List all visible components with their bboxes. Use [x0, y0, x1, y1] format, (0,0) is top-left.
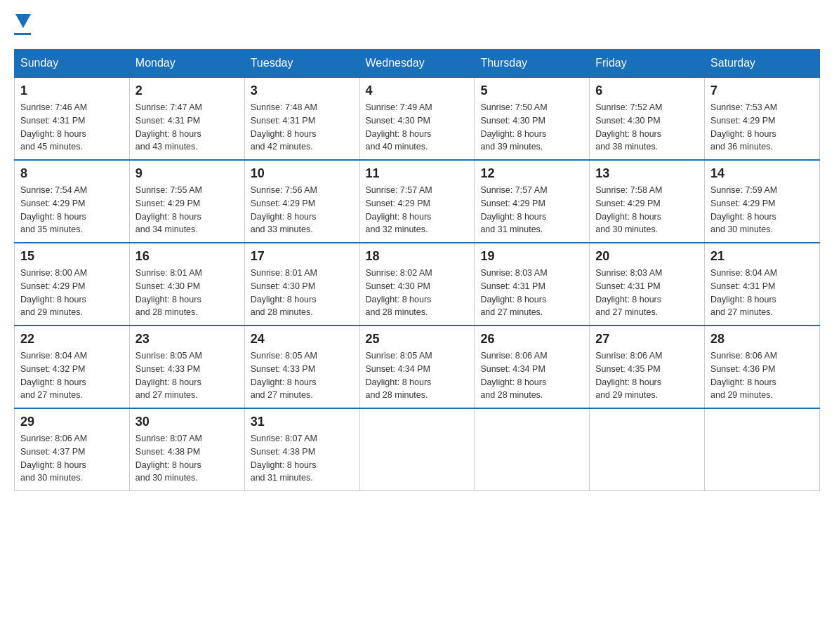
day-info: Sunrise: 8:02 AM Sunset: 4:30 PM Dayligh… — [366, 267, 469, 319]
daylight-minutes-text: and 27 minutes. — [135, 390, 198, 400]
daylight-minutes-text: and 36 minutes. — [710, 142, 773, 152]
daylight-minutes-text: and 28 minutes. — [251, 307, 313, 317]
day-number: 11 — [366, 166, 469, 181]
daylight-text: Daylight: 8 hours — [595, 212, 661, 222]
calendar-cell: 4 Sunrise: 7:49 AM Sunset: 4:30 PM Dayli… — [359, 77, 475, 160]
daylight-minutes-text: and 32 minutes. — [366, 224, 428, 234]
sunset-text: Sunset: 4:30 PM — [480, 116, 545, 126]
calendar-cell — [359, 408, 475, 491]
day-number: 28 — [710, 332, 814, 347]
day-number: 18 — [366, 249, 469, 264]
daylight-minutes-text: and 30 minutes. — [595, 224, 658, 234]
daylight-text: Daylight: 8 hours — [135, 129, 201, 139]
daylight-text: Daylight: 8 hours — [251, 295, 317, 304]
sunset-text: Sunset: 4:30 PM — [366, 116, 430, 126]
calendar-cell: 7 Sunrise: 7:53 AM Sunset: 4:29 PM Dayli… — [705, 77, 820, 160]
sunrise-text: Sunrise: 7:52 AM — [595, 102, 662, 112]
calendar-cell: 11 Sunrise: 7:57 AM Sunset: 4:29 PM Dayl… — [359, 160, 475, 243]
sunrise-text: Sunrise: 7:56 AM — [251, 185, 317, 195]
sunrise-text: Sunrise: 8:05 AM — [251, 351, 317, 361]
col-header-monday: Monday — [129, 50, 244, 78]
calendar-cell: 30 Sunrise: 8:07 AM Sunset: 4:38 PM Dayl… — [129, 408, 244, 491]
col-header-saturday: Saturday — [705, 50, 820, 78]
day-info: Sunrise: 8:00 AM Sunset: 4:29 PM Dayligh… — [20, 267, 124, 319]
daylight-text: Daylight: 8 hours — [135, 212, 201, 222]
day-info: Sunrise: 8:01 AM Sunset: 4:30 PM Dayligh… — [251, 267, 354, 319]
daylight-text: Daylight: 8 hours — [20, 460, 86, 470]
sunset-text: Sunset: 4:29 PM — [366, 199, 430, 208]
day-number: 25 — [366, 332, 469, 347]
calendar-cell: 3 Sunrise: 7:48 AM Sunset: 4:31 PM Dayli… — [244, 77, 359, 160]
sunrise-text: Sunrise: 7:57 AM — [366, 185, 432, 195]
calendar-cell: 26 Sunrise: 8:06 AM Sunset: 4:34 PM Dayl… — [475, 326, 590, 408]
calendar-cell: 17 Sunrise: 8:01 AM Sunset: 4:30 PM Dayl… — [244, 243, 359, 326]
daylight-text: Daylight: 8 hours — [710, 295, 776, 304]
sunset-text: Sunset: 4:31 PM — [595, 281, 660, 291]
sunrise-text: Sunrise: 7:50 AM — [480, 102, 547, 112]
sunset-text: Sunset: 4:34 PM — [366, 364, 430, 374]
sunset-text: Sunset: 4:38 PM — [135, 447, 200, 457]
sunset-text: Sunset: 4:31 PM — [480, 281, 545, 291]
daylight-minutes-text: and 27 minutes. — [20, 390, 83, 400]
daylight-text: Daylight: 8 hours — [480, 129, 546, 139]
daylight-text: Daylight: 8 hours — [135, 295, 201, 304]
sunrise-text: Sunrise: 7:46 AM — [20, 102, 87, 112]
col-header-sunday: Sunday — [15, 50, 130, 78]
day-number: 8 — [20, 166, 124, 181]
day-number: 14 — [710, 166, 814, 181]
day-info: Sunrise: 7:56 AM Sunset: 4:29 PM Dayligh… — [251, 184, 354, 236]
sunrise-text: Sunrise: 7:49 AM — [366, 102, 432, 112]
daylight-minutes-text: and 42 minutes. — [251, 142, 313, 152]
calendar-cell: 16 Sunrise: 8:01 AM Sunset: 4:30 PM Dayl… — [129, 243, 244, 326]
calendar-cell: 23 Sunrise: 8:05 AM Sunset: 4:33 PM Dayl… — [129, 326, 244, 408]
daylight-minutes-text: and 29 minutes. — [710, 390, 773, 400]
sunrise-text: Sunrise: 7:48 AM — [251, 102, 317, 112]
sunset-text: Sunset: 4:33 PM — [135, 364, 200, 374]
daylight-text: Daylight: 8 hours — [251, 460, 317, 470]
calendar-cell: 19 Sunrise: 8:03 AM Sunset: 4:31 PM Dayl… — [475, 243, 590, 326]
col-header-tuesday: Tuesday — [244, 50, 359, 78]
daylight-minutes-text: and 34 minutes. — [135, 224, 198, 234]
calendar-cell: 13 Sunrise: 7:58 AM Sunset: 4:29 PM Dayl… — [590, 160, 705, 243]
daylight-text: Daylight: 8 hours — [366, 295, 432, 304]
calendar-header-row: SundayMondayTuesdayWednesdayThursdayFrid… — [15, 50, 820, 78]
logo-full — [14, 14, 31, 35]
sunrise-text: Sunrise: 7:47 AM — [135, 102, 202, 112]
sunset-text: Sunset: 4:32 PM — [20, 364, 85, 374]
calendar-cell: 12 Sunrise: 7:57 AM Sunset: 4:29 PM Dayl… — [475, 160, 590, 243]
calendar-cell: 31 Sunrise: 8:07 AM Sunset: 4:38 PM Dayl… — [244, 408, 359, 491]
daylight-minutes-text: and 39 minutes. — [480, 142, 543, 152]
day-info: Sunrise: 7:58 AM Sunset: 4:29 PM Dayligh… — [595, 184, 699, 236]
sunset-text: Sunset: 4:29 PM — [480, 199, 545, 208]
sunset-text: Sunset: 4:31 PM — [251, 116, 315, 126]
calendar-cell: 15 Sunrise: 8:00 AM Sunset: 4:29 PM Dayl… — [15, 243, 130, 326]
calendar-cell: 18 Sunrise: 8:02 AM Sunset: 4:30 PM Dayl… — [359, 243, 475, 326]
sunrise-text: Sunrise: 8:07 AM — [135, 434, 202, 443]
day-info: Sunrise: 8:03 AM Sunset: 4:31 PM Dayligh… — [480, 267, 583, 319]
daylight-text: Daylight: 8 hours — [595, 295, 661, 304]
sunrise-text: Sunrise: 7:57 AM — [480, 185, 547, 195]
day-info: Sunrise: 8:03 AM Sunset: 4:31 PM Dayligh… — [595, 267, 699, 319]
calendar-cell: 8 Sunrise: 7:54 AM Sunset: 4:29 PM Dayli… — [15, 160, 130, 243]
day-number: 29 — [20, 415, 124, 429]
daylight-text: Daylight: 8 hours — [595, 377, 661, 387]
daylight-minutes-text: and 27 minutes. — [480, 307, 543, 317]
day-number: 31 — [251, 415, 354, 429]
calendar-week-row: 22 Sunrise: 8:04 AM Sunset: 4:32 PM Dayl… — [15, 326, 820, 408]
sunrise-text: Sunrise: 8:04 AM — [710, 268, 777, 278]
daylight-text: Daylight: 8 hours — [135, 377, 201, 387]
page-header — [14, 14, 820, 35]
sunset-text: Sunset: 4:30 PM — [366, 281, 430, 291]
logo-triangle-icon — [15, 11, 31, 31]
day-number: 15 — [20, 249, 124, 264]
sunrise-text: Sunrise: 8:01 AM — [251, 268, 317, 278]
day-number: 30 — [135, 415, 239, 429]
sunrise-text: Sunrise: 8:04 AM — [20, 351, 87, 361]
day-number: 23 — [135, 332, 239, 347]
sunrise-text: Sunrise: 8:03 AM — [480, 268, 547, 278]
sunset-text: Sunset: 4:29 PM — [710, 116, 775, 126]
daylight-minutes-text: and 43 minutes. — [135, 142, 198, 152]
calendar-cell: 6 Sunrise: 7:52 AM Sunset: 4:30 PM Dayli… — [590, 77, 705, 160]
col-header-friday: Friday — [590, 50, 705, 78]
day-number: 13 — [595, 166, 699, 181]
